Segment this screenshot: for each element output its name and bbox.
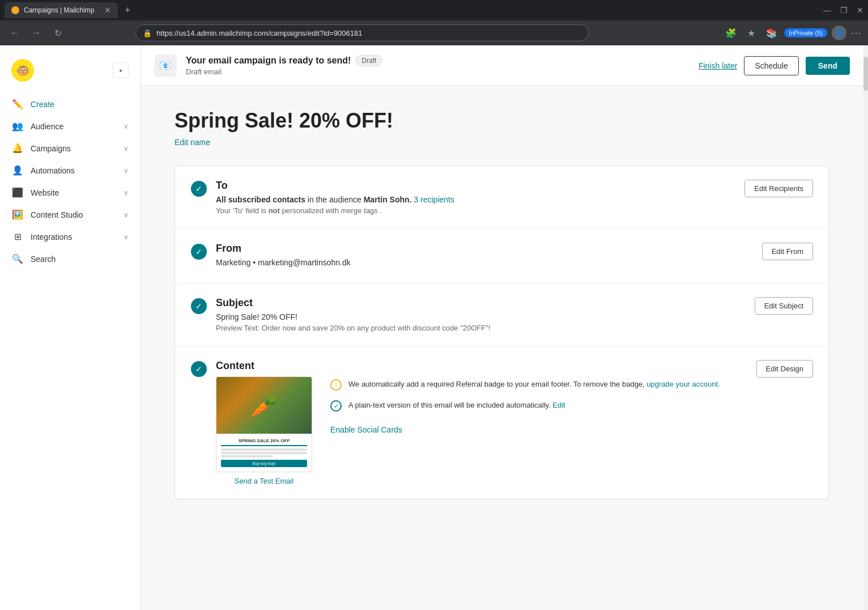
sidebar-item-create[interactable]: ✏️ Create [0,93,140,115]
sidebar-item-campaigns[interactable]: 🔔 Campaigns ∨ [0,137,140,159]
upgrade-account-link[interactable]: upgrade your account. [646,380,720,388]
browser-menu-button[interactable]: ⋯ [851,27,861,39]
check-circle-icon: ✓ [330,400,342,412]
content-check-icon: ✓ [191,361,207,377]
sidebar-item-automations[interactable]: 👤 Automations ∨ [0,159,140,181]
scrollbar[interactable] [863,45,868,610]
automations-icon: 👤 [11,165,24,176]
forward-button[interactable]: → [28,28,44,38]
to-section-detail: All subscribed contacts in the audience … [216,195,813,204]
recipients-link[interactable]: 3 recipients [414,195,454,204]
from-section: ✓ From Marketing • marketing@martinsohn.… [175,229,829,283]
content-studio-icon: 🖼️ [11,209,24,220]
browser-actions: 🧩 ★ 📚 InPrivate (5) 👤 ⋯ [723,26,861,40]
to-section: ✓ To All subscribed contacts in the audi… [175,166,829,229]
email-preview-container: 🥕 SPRING SALE 20% OFF [216,376,312,485]
new-tab-button[interactable]: + [125,5,131,16]
sidebar-item-label: Campaigns [31,144,117,153]
sidebar-item-label: Integrations [31,232,117,242]
referral-note: ! We automatically add a required Referr… [330,379,720,391]
send-button[interactable]: Send [806,57,850,75]
page-body: Spring Sale! 20% OFF! Edit name ✓ To All… [141,86,863,610]
content-inner: 🥕 SPRING SALE 20% OFF [216,376,813,485]
refresh-button[interactable]: ↻ [50,28,66,39]
subject-section-title: Subject [216,297,813,309]
sidebar-item-content-studio[interactable]: 🖼️ Content Studio ∨ [0,204,140,226]
to-section-body: To All subscribed contacts in the audien… [216,180,813,215]
from-section-title: From [216,243,813,255]
campaign-title: Spring Sale! 20% OFF! [175,109,829,133]
campaigns-icon: 🔔 [11,143,24,154]
url-text: https://us14.admin.mailchimp.com/campaig… [156,29,581,37]
preview-cta: Buy buy buy! [221,460,307,467]
chevron-down-icon: ∨ [124,145,129,152]
window-controls: — ❐ ✕ [823,6,863,15]
audience-icon: 👥 [11,121,24,132]
inprivate-label: InPrivate (5) [789,29,823,36]
edit-recipients-button[interactable]: Edit Recipients [744,180,813,197]
top-header: 📧 Your email campaign is ready to send! … [141,45,863,86]
chevron-down-icon: ∨ [124,122,129,130]
preview-body: SPRING SALE 20% OFF Buy buy buy! [216,434,312,472]
preview-text-line [221,448,307,451]
edit-design-button[interactable]: Edit Design [756,360,813,378]
extensions-icon[interactable]: 🧩 [723,28,739,39]
from-check-icon: ✓ [191,244,207,260]
sidebar-item-search[interactable]: 🔍 Search [0,248,140,270]
schedule-button[interactable]: Schedule [744,56,798,75]
content-section-body: Content 🥕 SPRING SALE 20% OFF [216,360,813,485]
to-section-action: Edit Recipients [744,180,813,197]
subject-line: Spring Sale! 20% OFF! [216,312,813,321]
back-button[interactable]: ← [7,28,23,38]
profile-avatar[interactable]: 👤 [832,26,846,40]
sidebar-item-audience[interactable]: 👥 Audience ∨ [0,115,140,137]
draft-badge: Draft [355,55,382,66]
sidebar-collapse-button[interactable]: ▪ [113,62,129,78]
sidebar-item-label: Create [31,100,129,109]
restore-icon[interactable]: ❐ [840,6,848,15]
collections-icon[interactable]: 📚 [764,28,780,39]
search-icon: 🔍 [11,253,24,264]
close-icon[interactable]: ✕ [857,6,863,15]
preview-text-line-short [221,455,273,458]
from-name: Marketing [216,258,250,267]
enable-social-cards-link[interactable]: Enable Social Cards [330,425,720,434]
subject-section-action: Edit Subject [755,297,813,315]
edit-subject-button[interactable]: Edit Subject [755,297,813,315]
from-section-action: Edit From [762,243,813,260]
edit-name-link[interactable]: Edit name [175,138,210,147]
content-section-title: Content [216,360,813,372]
sidebar-item-label: Content Studio [31,210,117,219]
sidebar-logo: 🐵 ▪ [0,54,140,93]
star-icon[interactable]: ★ [743,28,759,39]
to-section-title: To [216,180,813,192]
plaintext-note: ✓ A plain-text version of this email wil… [330,400,720,412]
sidebar-item-website[interactable]: ⬛ Website ∨ [0,181,140,204]
preview-text-lines [221,448,307,458]
preview-text-line [221,452,307,454]
to-in-audience-text: in the audience [308,195,364,204]
main-content: 📧 Your email campaign is ready to send! … [141,45,863,610]
sections-container: ✓ To All subscribed contacts in the audi… [175,166,829,499]
send-test-email-link[interactable]: Send a Test Email [216,477,312,485]
website-icon: ⬛ [11,187,24,198]
sidebar-item-integrations[interactable]: ⊞ Integrations ∨ [0,226,140,248]
edit-from-button[interactable]: Edit From [762,243,813,260]
referral-note-text: We automatically add a required Referral… [348,379,720,390]
finish-later-button[interactable]: Finish later [699,61,737,70]
to-subscribed-text: All subscribed contacts [216,195,305,204]
from-section-body: From Marketing • marketing@martinsohn.dk [216,243,813,269]
content-section-action: Edit Design [756,360,813,378]
address-bar: ← → ↻ 🔒 https://us14.admin.mailchimp.com… [0,20,868,45]
edit-plaintext-link[interactable]: Edit [552,401,565,409]
tab-close-icon[interactable]: ✕ [104,6,111,15]
scrollbar-thumb[interactable] [863,57,868,91]
header-subtitle: Draft email [186,67,690,76]
url-bar[interactable]: 🔒 https://us14.admin.mailchimp.com/campa… [135,24,589,41]
browser-tab[interactable]: Campaigns | Mailchimp ✕ [5,2,118,18]
to-section-note: Your 'To' field is not personalized with… [216,206,813,215]
from-dot: • [253,258,258,267]
minimize-icon[interactable]: — [823,6,831,15]
sidebar-item-label: Audience [31,122,117,131]
sidebar: 🐵 ▪ ✏️ Create 👥 Audience ∨ 🔔 Campaigns ∨… [0,45,141,610]
